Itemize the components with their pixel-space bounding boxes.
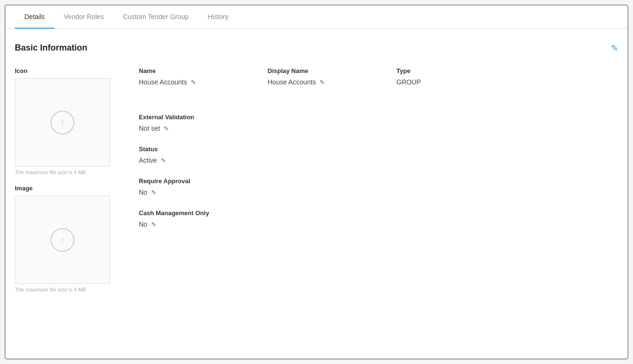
- cash-management-value: No: [139, 220, 147, 228]
- display-name-value: House Accounts: [268, 78, 316, 86]
- status-edit-icon[interactable]: ✎: [161, 157, 166, 164]
- require-approval-edit-icon[interactable]: ✎: [151, 189, 156, 196]
- cash-management-edit-icon[interactable]: ✎: [151, 221, 156, 228]
- fields-top-row: Name House Accounts ✎ Display Name House…: [139, 67, 613, 99]
- external-validation-value: Not set: [139, 125, 160, 132]
- main-window: Details Vendor Roles Custom Tender Group…: [5, 5, 628, 359]
- field-status: Status Active ✎: [139, 146, 613, 164]
- display-name-label: Display Name: [268, 67, 377, 74]
- icon-upload-arrow: ↑: [51, 111, 74, 135]
- field-cash-management: Cash Management Only No ✎: [139, 209, 613, 228]
- tab-bar: Details Vendor Roles Custom Tender Group…: [5, 5, 628, 29]
- field-require-approval: Require Approval No ✎: [139, 177, 613, 196]
- icon-upload-section: Icon ↑ The maximum file size is 4 MB: [15, 67, 120, 175]
- right-column: Name House Accounts ✎ Display Name House…: [139, 67, 613, 302]
- left-column: Icon ↑ The maximum file size is 4 MB Ima…: [15, 67, 120, 302]
- content-area: Basic Information ✎ Icon ↑ The maximum f…: [5, 29, 628, 316]
- field-name: Name House Accounts ✎: [139, 67, 249, 86]
- field-external-validation: External Validation Not set ✎: [139, 114, 613, 132]
- edit-button-top[interactable]: ✎: [611, 43, 618, 53]
- image-upload-hint: The maximum file size is 4 MB: [15, 287, 120, 292]
- type-label: Type: [396, 67, 506, 74]
- status-label: Status: [139, 146, 613, 153]
- image-label: Image: [15, 185, 120, 192]
- section-title: Basic Information: [15, 43, 613, 53]
- image-upload-section: Image ↑ The maximum file size is 4 MB: [15, 185, 120, 292]
- require-approval-label: Require Approval: [139, 177, 613, 185]
- tab-history[interactable]: History: [198, 5, 238, 28]
- main-layout: Icon ↑ The maximum file size is 4 MB Ima…: [15, 67, 613, 302]
- name-value: House Accounts: [139, 78, 187, 86]
- name-edit-icon[interactable]: ✎: [191, 79, 196, 86]
- external-validation-edit-icon[interactable]: ✎: [164, 125, 169, 132]
- require-approval-value: No: [139, 188, 147, 196]
- tab-details[interactable]: Details: [15, 5, 54, 28]
- icon-upload-box[interactable]: ↑: [15, 78, 110, 166]
- image-upload-box[interactable]: ↑: [15, 196, 110, 284]
- type-value: GROUP: [396, 78, 421, 86]
- image-upload-arrow: ↑: [51, 228, 74, 252]
- tab-custom-tender-group[interactable]: Custom Tender Group: [114, 5, 198, 28]
- icon-upload-hint: The maximum file size is 4 MB: [15, 169, 120, 175]
- cash-management-label: Cash Management Only: [139, 209, 613, 217]
- name-label: Name: [139, 67, 249, 74]
- tab-vendor-roles[interactable]: Vendor Roles: [54, 5, 114, 28]
- display-name-edit-icon[interactable]: ✎: [320, 79, 325, 86]
- field-type: Type GROUP: [396, 67, 506, 86]
- field-display-name: Display Name House Accounts ✎: [268, 67, 377, 86]
- status-value: Active: [139, 156, 157, 164]
- external-validation-label: External Validation: [139, 114, 613, 121]
- icon-label: Icon: [15, 67, 120, 74]
